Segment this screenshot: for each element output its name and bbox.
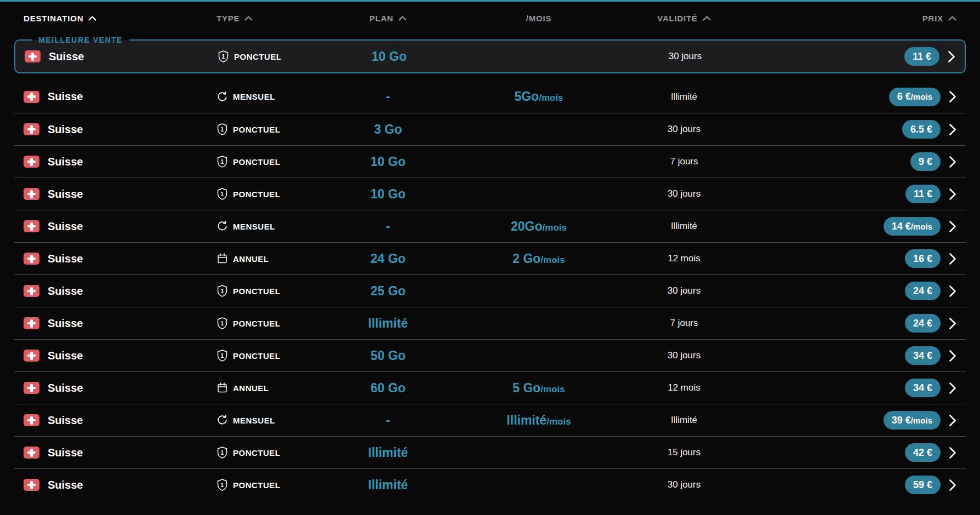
type-cell: 1 PONCTUEL — [204, 285, 322, 297]
validity-value: 12 mois — [624, 253, 744, 264]
destination-label: Suisse — [48, 253, 83, 265]
destination-label: Suisse — [49, 50, 84, 63]
chevron-right-icon[interactable] — [949, 123, 956, 136]
plan-data-value: Illimité — [322, 445, 454, 460]
price-amount: 11 € — [913, 51, 931, 62]
chevron-right-icon[interactable] — [949, 90, 956, 103]
price-amount: 16 € — [913, 253, 932, 265]
chevron-right-icon[interactable] — [949, 479, 956, 491]
column-header-type[interactable]: TYPE — [204, 14, 322, 23]
column-header-prix[interactable]: PRIX — [744, 14, 956, 23]
switzerland-flag-icon — [24, 91, 39, 103]
chevron-right-icon[interactable] — [949, 414, 956, 427]
type-label: PONCTUEL — [233, 319, 281, 328]
plan-row[interactable]: MEILLEURE VENTE Suisse 1 — [14, 307, 966, 339]
destination-cell: Suisse — [24, 285, 204, 297]
chevron-right-icon[interactable] — [949, 253, 956, 265]
plan-row[interactable]: MEILLEURE VENTE Suisse 1 — [14, 39, 966, 73]
shield-1-icon: 1 — [216, 479, 228, 491]
chevron-right-icon[interactable] — [949, 220, 956, 233]
price-cell: 11 € — [744, 185, 956, 203]
destination-cell: Suisse — [24, 156, 204, 168]
plan-row[interactable]: MEILLEURE VENTE Suisse 1 — [14, 81, 966, 113]
type-label: ANNUEL — [233, 254, 269, 264]
type-label: PONCTUEL — [233, 125, 281, 134]
type-cell: 1 ANNUEL — [204, 382, 322, 394]
chevron-right-icon[interactable] — [949, 285, 956, 297]
chevron-right-icon[interactable] — [949, 156, 956, 168]
price-badge: 9 € — [910, 152, 941, 171]
chevron-right-icon[interactable] — [948, 50, 955, 63]
sort-caret-icon — [948, 16, 956, 21]
plan-data-value: Illimité — [322, 478, 454, 493]
chevron-right-icon[interactable] — [949, 382, 956, 394]
plan-row[interactable]: MEILLEURE VENTE Suisse 1 — [14, 210, 966, 242]
svg-text:1: 1 — [220, 159, 224, 165]
destination-label: Suisse — [48, 447, 83, 459]
monthly-data-suffix: /mois — [539, 93, 563, 103]
switzerland-flag-icon — [24, 350, 39, 362]
plan-row[interactable]: MEILLEURE VENTE Suisse 1 — [14, 274, 966, 307]
plan-row[interactable]: MEILLEURE VENTE Suisse 1 — [14, 371, 966, 404]
type-cell: 1 PONCTUEL — [204, 317, 322, 329]
type-label: PONCTUEL — [233, 190, 281, 199]
monthly-data-amount: Illimité — [506, 413, 546, 427]
price-amount: 34 € — [913, 382, 932, 394]
shield-1-icon: 1 — [216, 447, 228, 459]
plan-row[interactable]: MEILLEURE VENTE Suisse 1 — [14, 436, 966, 468]
switzerland-flag-icon — [24, 447, 39, 459]
svg-text:1: 1 — [220, 127, 224, 133]
plan-row[interactable]: MEILLEURE VENTE Suisse 1 — [14, 145, 966, 178]
plan-row[interactable]: MEILLEURE VENTE Suisse 1 — [14, 242, 966, 274]
plan-row[interactable]: MEILLEURE VENTE Suisse 1 — [14, 339, 966, 371]
switzerland-flag-icon — [24, 479, 39, 491]
plan-data-value: 50 Go — [322, 348, 454, 363]
column-header-plan[interactable]: PLAN — [322, 14, 454, 23]
destination-label: Suisse — [48, 220, 83, 233]
plan-data-value: 10 Go — [322, 187, 454, 202]
chevron-right-icon[interactable] — [949, 317, 956, 330]
svg-text:1: 1 — [220, 482, 224, 488]
plan-row[interactable]: MEILLEURE VENTE Suisse 1 — [14, 468, 966, 501]
monthly-data-amount: 2 Go — [512, 251, 540, 266]
type-label: ANNUEL — [233, 384, 269, 393]
plan-type-icon: 1 — [216, 479, 228, 491]
type-cell: 1 ANNUEL — [204, 253, 322, 265]
plan-row[interactable]: MEILLEURE VENTE Suisse 1 — [14, 404, 966, 436]
column-header-validity[interactable]: VALIDITÉ — [624, 14, 744, 23]
price-amount: 9 € — [919, 156, 932, 168]
switzerland-flag-icon — [24, 382, 39, 394]
monthly-data-amount: 5Go — [514, 89, 539, 104]
refresh-icon — [216, 220, 228, 232]
plan-type-icon: 1 — [216, 285, 228, 297]
plan-type-icon: 1 — [216, 447, 228, 459]
type-label: PONCTUEL — [233, 351, 281, 360]
monthly-data-suffix: /mois — [540, 384, 565, 394]
column-header-destination[interactable]: DESTINATION — [24, 14, 204, 23]
price-badge: 11 € — [904, 47, 939, 66]
price-amount: 39 € — [892, 415, 911, 426]
chevron-right-icon[interactable] — [949, 350, 956, 362]
calendar-icon — [216, 253, 228, 265]
destination-cell: Suisse — [24, 220, 204, 233]
destination-label: Suisse — [48, 382, 83, 394]
price-amount: 34 € — [913, 350, 932, 362]
monthly-data-value: Illimité/mois — [454, 413, 624, 428]
column-header-label: /MOIS — [526, 14, 552, 23]
svg-text:1: 1 — [220, 191, 224, 197]
destination-label: Suisse — [48, 90, 83, 103]
svg-text:1: 1 — [220, 450, 224, 456]
chevron-right-icon[interactable] — [949, 447, 956, 459]
validity-value: 30 jours — [624, 188, 744, 199]
shield-1-icon: 1 — [216, 123, 228, 135]
destination-label: Suisse — [48, 414, 83, 427]
monthly-data-value: 2 Go/mois — [454, 251, 624, 266]
destination-label: Suisse — [48, 350, 83, 362]
shield-1-icon: 1 — [216, 285, 228, 297]
svg-text:1: 1 — [220, 288, 224, 294]
plan-row[interactable]: MEILLEURE VENTE Suisse 1 — [14, 113, 966, 145]
plan-data-value: 25 Go — [322, 284, 454, 299]
type-label: PONCTUEL — [234, 52, 282, 61]
plan-row[interactable]: MEILLEURE VENTE Suisse 1 — [14, 178, 966, 210]
chevron-right-icon[interactable] — [949, 188, 956, 201]
